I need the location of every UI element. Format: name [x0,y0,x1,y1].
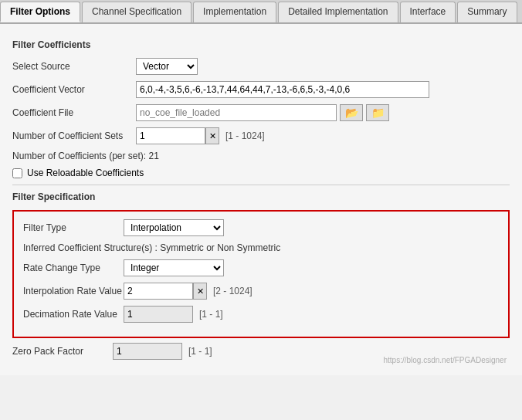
filter-spec-section: Filter Type Interpolation Decimation Hil… [12,210,510,338]
tab-channel-specification[interactable]: Channel Specification [82,2,192,22]
coefficient-vector-label: Coefficient Vector [12,84,136,95]
rate-change-type-label: Rate Change Type [23,262,124,273]
folder-icon: 📁 [371,107,385,119]
num-coefficient-sets-input[interactable] [136,127,205,144]
filter-type-row: Filter Type Interpolation Decimation Hil… [23,219,499,236]
filter-coefficients-header: Filter Coefficients [12,39,510,50]
decimation-rate-range: [1 - 1] [199,309,223,320]
zero-pack-factor-label: Zero Pack Factor [12,346,113,357]
tab-interface[interactable]: Interface [400,2,456,22]
num-coefficients-info: Number of Coefficients (per set): 21 [12,151,510,161]
tab-summary[interactable]: Summary [457,2,517,22]
select-source-label: Select Source [12,61,136,72]
tab-implementation[interactable]: Implementation [193,2,276,22]
tab-detailed-implementation[interactable]: Detailed Implementation [278,2,398,22]
rate-change-type-row: Rate Change Type Integer Fixed Fractiona… [23,259,499,276]
num-coefficient-sets-row: Number of Coefficient Sets ✕ [1 - 1024] [12,127,510,144]
interpolation-rate-label: Interpolation Rate Value [23,286,124,296]
coefficient-file-input[interactable] [136,104,337,121]
interpolation-rate-clear[interactable]: ✕ [193,283,207,300]
interpolation-rate-input[interactable] [124,283,193,300]
tab-filter-options[interactable]: Filter Options [0,2,80,22]
num-coefficient-sets-range: [1 - 1024] [225,130,265,141]
folder-open-icon: 📂 [345,107,358,119]
interpolation-rate-row: Interpolation Rate Value ✕ [2 - 1024] [23,283,499,300]
decimation-rate-row: Decimation Rate Value [1 - 1] [23,306,499,323]
zero-pack-factor-range: [1 - 1] [188,346,212,357]
coefficient-vector-input[interactable] [136,81,429,98]
interpolation-rate-range: [2 - 1024] [213,286,253,296]
use-reloadable-row: Use Reloadable Coefficients [12,168,510,178]
num-coefficient-sets-label: Number of Coefficient Sets [12,130,136,141]
select-source-row: Select Source Vector File [12,58,510,75]
main-content: Filter Coefficients Select Source Vector… [0,24,522,375]
browse-button-1[interactable]: 📂 [340,104,363,121]
coefficient-file-row: Coefficient File 📂 📁 [12,104,510,121]
rate-change-type-dropdown[interactable]: Integer Fixed Fractional [124,259,224,276]
decimation-rate-label: Decimation Rate Value [23,309,124,320]
filter-specification-header: Filter Specification [12,191,510,202]
use-reloadable-checkbox[interactable] [12,168,22,178]
num-coefficient-sets-clear[interactable]: ✕ [205,127,219,144]
inferred-coefficient-text: Inferred Coefficient Structure(s) : Symm… [23,242,499,253]
browse-button-2[interactable]: 📁 [366,104,389,121]
coefficient-file-label: Coefficient File [12,107,136,118]
decimation-rate-input[interactable] [124,306,193,323]
select-source-dropdown[interactable]: Vector File [136,58,198,75]
zero-pack-factor-row: Zero Pack Factor [1 - 1] [12,343,510,360]
zero-pack-factor-input[interactable] [113,343,182,360]
coefficient-vector-row: Coefficient Vector [12,81,510,98]
use-reloadable-label: Use Reloadable Coefficients [27,168,144,178]
filter-type-dropdown[interactable]: Interpolation Decimation Hilbert Interpo… [124,219,224,236]
tab-bar: Filter Options Channel Specification Imp… [0,0,522,24]
filter-type-label: Filter Type [23,222,124,233]
section-divider [12,185,510,185]
clear-icon: ✕ [209,131,216,141]
clear-icon-interpolation: ✕ [197,286,204,296]
